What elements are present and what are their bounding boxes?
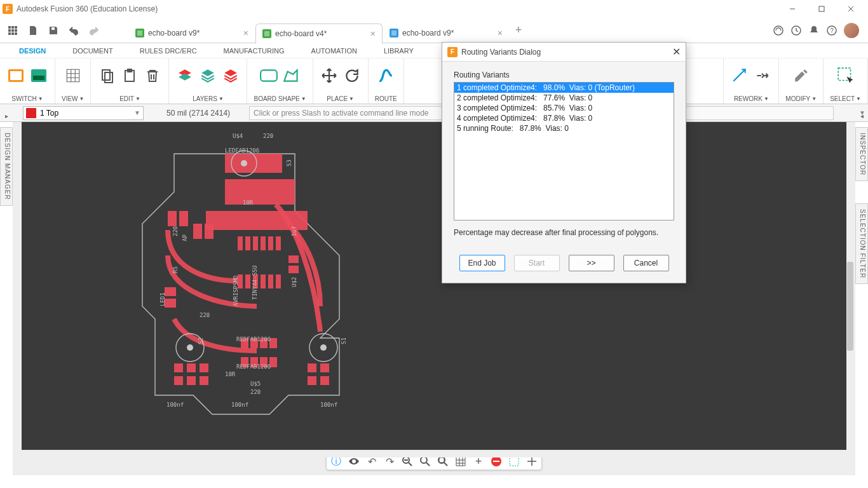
svg-rect-56 (187, 363, 196, 372)
menu-design[interactable]: DESIGN (19, 47, 46, 55)
panel-expand-right-icon[interactable]: ◂ (857, 111, 866, 120)
modify-icon[interactable] (792, 66, 811, 85)
new-tab-button[interactable]: + (510, 22, 527, 39)
pcb-board-render: .cu{fill:#ed4b5a;opacity:.92} .cus{strok… (130, 128, 384, 421)
panel-expand-left-icon[interactable]: ▸ (2, 111, 11, 120)
redo-button[interactable] (85, 22, 103, 39)
svg-text:100nf: 100nf (166, 402, 184, 408)
caret-down-icon[interactable]: ▼ (301, 96, 306, 102)
rotate-icon[interactable] (342, 66, 362, 85)
svg-text:220: 220 (250, 389, 261, 395)
copy-icon[interactable] (97, 66, 116, 85)
next-button[interactable]: >> (569, 255, 614, 271)
menu-library[interactable]: LIBRARY (384, 47, 414, 55)
variant-row[interactable]: 1 completed Optimize4: 98.0% Vias: 0 (To… (454, 83, 674, 93)
svg-text:U$4: U$4 (233, 133, 243, 139)
layer-stack-icon[interactable] (198, 66, 217, 85)
scrollbar-thumb[interactable] (847, 262, 853, 351)
layer-selector[interactable]: 1 Top ▼ (23, 106, 144, 120)
variant-row[interactable]: 5 running Route: 87.8% Vias: 0 (454, 123, 674, 133)
start-button: Start (514, 255, 560, 271)
caret-down-icon[interactable]: ▼ (764, 96, 769, 102)
new-file-button[interactable] (24, 22, 42, 39)
window-minimize-button[interactable] (778, 0, 807, 18)
grid-icon[interactable] (64, 66, 83, 85)
selection-filter-tab[interactable]: SELECTION FILTER (855, 203, 868, 284)
reroute-icon[interactable] (753, 66, 772, 85)
paste-icon[interactable] (120, 66, 139, 85)
move-icon[interactable] (320, 66, 339, 85)
svg-text:AVRISPSMD: AVRISPSMD (233, 275, 239, 306)
ribbon-group-label: MODIFY (785, 95, 810, 102)
board-outline-icon[interactable] (259, 66, 278, 85)
vertical-scrollbar[interactable] (846, 122, 854, 450)
caret-down-icon[interactable]: ▼ (349, 96, 354, 102)
variant-row[interactable]: 4 completed Optimize4: 87.8% Vias: 0 (454, 113, 674, 123)
horizontal-scrollbar[interactable] (22, 450, 846, 458)
svg-rect-71 (308, 376, 316, 385)
layers-icon[interactable] (175, 66, 194, 85)
menu-document[interactable]: DOCUMENT (72, 47, 113, 55)
caret-down-icon[interactable]: ▼ (38, 96, 43, 102)
board-polygon-icon[interactable] (282, 66, 301, 85)
pcb-canvas[interactable]: .cu{fill:#ed4b5a;opacity:.92} .cus{strok… (22, 122, 846, 450)
svg-text:10R: 10R (225, 371, 236, 377)
layer-colors-icon[interactable] (221, 66, 240, 85)
app-menu-button[interactable] (4, 22, 22, 39)
notifications-icon[interactable] (808, 25, 820, 36)
dialog-close-button[interactable]: ✕ (672, 46, 681, 58)
dialog-title: Routing Variants Dialog (461, 48, 541, 57)
help-icon[interactable]: ? (826, 25, 837, 36)
routing-variants-list[interactable]: 1 completed Optimize4: 98.0% Vias: 0 (To… (454, 82, 674, 220)
save-button[interactable] (44, 22, 62, 39)
select-icon[interactable] (836, 66, 855, 85)
design-manager-tab[interactable]: DESIGN MANAGER (0, 127, 13, 206)
svg-point-108 (421, 457, 427, 463)
svg-line-111 (444, 463, 447, 466)
delete-icon[interactable] (143, 66, 162, 85)
menu-manufacturing[interactable]: MANUFACTURING (224, 47, 285, 55)
switch-3d-icon[interactable] (29, 66, 48, 85)
svg-point-42 (320, 344, 327, 351)
end-job-button[interactable]: End Job (459, 255, 505, 271)
ripup-icon[interactable] (730, 66, 749, 85)
svg-rect-112 (439, 458, 444, 463)
document-tab[interactable]: echo-board v4* × (255, 24, 383, 44)
variant-row[interactable]: 2 completed Optimize4: 77.6% Vias: 0 (454, 93, 674, 103)
menu-rules[interactable]: RULES DRC/ERC (140, 47, 197, 55)
svg-rect-28 (102, 70, 110, 80)
svg-rect-48 (276, 236, 281, 250)
svg-text:?: ? (830, 27, 834, 34)
caret-down-icon[interactable]: ▼ (856, 96, 861, 102)
caret-down-icon[interactable]: ▼ (135, 96, 140, 102)
extensions-icon[interactable] (773, 25, 784, 36)
caret-down-icon[interactable]: ▼ (219, 96, 224, 102)
user-avatar[interactable] (844, 23, 859, 38)
svg-rect-114 (493, 461, 499, 462)
tab-close-icon[interactable]: × (498, 28, 503, 38)
undo-button[interactable] (65, 22, 83, 39)
svg-text:1uf: 1uf (291, 226, 297, 236)
ribbon-group-label: SWITCH (11, 95, 36, 102)
tab-close-icon[interactable]: × (243, 28, 248, 38)
window-maximize-button[interactable] (807, 0, 836, 18)
document-tab[interactable]: echo-board v9* × (383, 23, 510, 43)
cancel-button[interactable]: Cancel (623, 255, 669, 271)
caret-down-icon[interactable]: ▼ (79, 96, 85, 102)
svg-text:220: 220 (172, 226, 179, 236)
route-icon[interactable] (376, 66, 395, 85)
variant-row[interactable]: 3 completed Optimize4: 85.7% Vias: 0 (454, 103, 674, 113)
document-tab[interactable]: echo-board v9* × (128, 23, 255, 43)
svg-rect-10 (8, 32, 11, 35)
ribbon-toolbar: SWITCH▼ VIEW▼ EDIT▼ LAYERS▼ BOARD SHAPE▼ (0, 58, 868, 104)
svg-text:LEDFAB1206: LEDFAB1206 (225, 147, 259, 154)
job-status-icon[interactable] (790, 25, 802, 36)
svg-line-106 (409, 463, 412, 466)
switch-schematic-icon[interactable] (6, 66, 25, 85)
caret-down-icon[interactable]: ▼ (811, 96, 817, 102)
inspector-tab[interactable]: INSPECTOR (855, 127, 868, 181)
ribbon-group-label: REWORK (734, 95, 763, 102)
menu-automation[interactable]: AUTOMATION (311, 47, 357, 55)
window-close-button[interactable] (836, 0, 865, 18)
tab-close-icon[interactable]: × (370, 29, 376, 39)
